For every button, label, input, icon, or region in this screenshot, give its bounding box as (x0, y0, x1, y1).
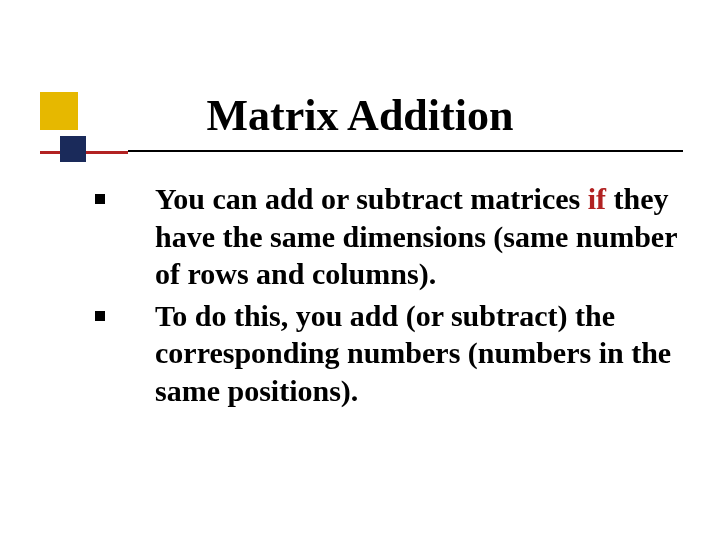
title-underline (128, 150, 683, 152)
bullet-marker (95, 311, 105, 321)
bullet-text: You can add or subtract matrices if they… (155, 180, 685, 293)
bullet-marker (95, 194, 105, 204)
slide-content: You can add or subtract matrices if they… (95, 180, 685, 413)
slide-title: Matrix Addition (0, 90, 720, 141)
bullet-item: You can add or subtract matrices if they… (95, 180, 685, 293)
bullet-text: To do this, you add (or subtract) the co… (155, 297, 685, 410)
bullet-item: To do this, you add (or subtract) the co… (95, 297, 685, 410)
